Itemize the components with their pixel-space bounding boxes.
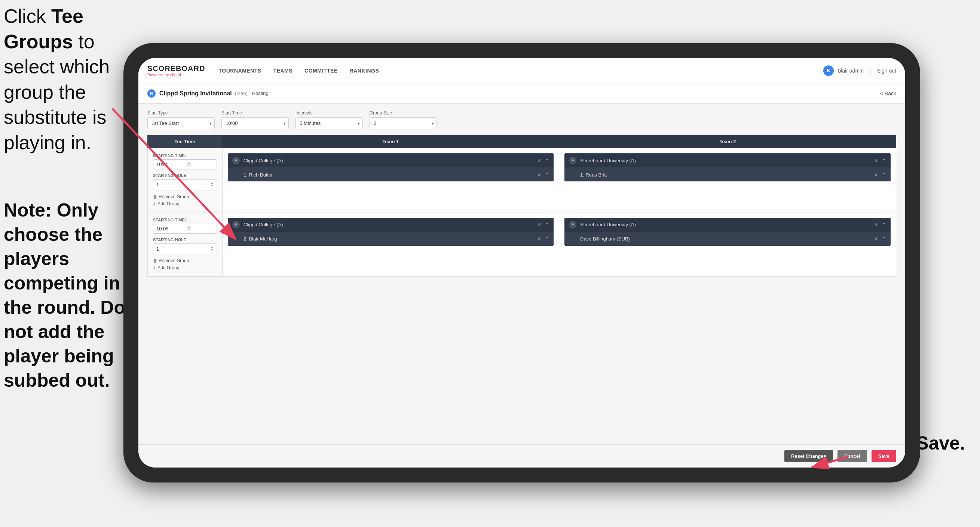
time-input-wrapper-2[interactable]: 10:05 ⏱	[153, 224, 217, 234]
start-type-field: Start Type 1st Tee Start	[147, 110, 215, 129]
hole-spinner-2[interactable]: ▲ ▼	[211, 246, 213, 253]
hole-input-2[interactable]	[156, 246, 175, 252]
sub-header-title: Clippd Spring Invitational	[159, 90, 232, 97]
clock-icon-1: ⏱	[186, 162, 191, 167]
team-close-1-2[interactable]: ✕	[874, 158, 878, 164]
remove-group-btn-1[interactable]: Remove Group	[153, 194, 217, 199]
player-icon-2-2-1	[569, 235, 576, 243]
nav-teams[interactable]: TEAMS	[274, 66, 293, 75]
team-card-header-2-2: ⚑ Scoreboard University (A) ✕ ⌃	[565, 218, 891, 232]
player-actions-2-2-1: ✕ ⌃	[874, 236, 886, 242]
team-actions-1-2: ✕ ⌃	[874, 158, 886, 164]
nav-links: TOURNAMENTS TEAMS COMMITTEE RANKINGS	[218, 66, 823, 75]
nav-avatar: B	[823, 65, 834, 76]
team-close-2-2[interactable]: ✕	[874, 222, 878, 228]
tablet-frame: SCOREBOARD Powered by clippd TOURNAMENTS…	[123, 43, 920, 482]
reset-changes-button[interactable]: Reset Changes	[784, 450, 833, 462]
logo-powered: Powered by clippd	[147, 73, 205, 77]
nav-rankings[interactable]: RANKINGS	[350, 66, 379, 75]
player-close-2-1-1[interactable]: ✕	[537, 236, 541, 242]
group-2-team1: ⚑ Clippd College (A) ✕ ⌃ 2. Blair McHarg	[223, 212, 559, 276]
start-type-select[interactable]: 1st Tee Start	[147, 118, 215, 129]
player-close-1-2-1[interactable]: ✕	[874, 172, 878, 178]
team-arrow-2-2[interactable]: ⌃	[882, 222, 886, 228]
navbar: SCOREBOARD Powered by clippd TOURNAMENTS…	[138, 58, 905, 83]
player-icon-1-2-1	[569, 171, 576, 178]
starting-time-label-2: STARTING TIME:	[153, 218, 217, 222]
start-time-label: Start Time	[221, 110, 289, 116]
nav-committee[interactable]: COMMITTEE	[304, 66, 338, 75]
hole-down-2[interactable]: ▼	[211, 249, 213, 252]
config-row: Start Type 1st Tee Start Start Time 10:0…	[147, 110, 896, 129]
col-team2: Team 2	[559, 135, 896, 148]
hole-down-1[interactable]: ▼	[211, 185, 213, 188]
player-actions-2-1-1: ✕ ⌃	[537, 236, 549, 242]
add-group-btn-1[interactable]: Add Group	[153, 201, 217, 207]
team-name-1-1: Clippd College (A)	[243, 158, 537, 164]
group-2-left: STARTING TIME: 10:05 ⏱ STARTING HOLE: ▲ …	[148, 212, 223, 276]
team-card-header-1-2: ⚑ Scoreboard University (A) ✕ ⌃	[565, 153, 891, 167]
player-icon-2-1-1	[232, 235, 240, 243]
time-input-2[interactable]: 10:05	[156, 226, 186, 231]
team-actions-1-1: ✕ ⌃	[537, 158, 549, 164]
player-icon-1-1-1	[232, 171, 240, 178]
team-card-1-2: ⚑ Scoreboard University (A) ✕ ⌃ 1. Rees …	[565, 153, 891, 182]
player-arrow-2-1-1[interactable]: ⌃	[545, 236, 549, 242]
hole-input-wrapper-2[interactable]: ▲ ▼	[153, 244, 217, 255]
sub-header-hosting: Hosting	[252, 91, 269, 96]
bottom-spacer	[147, 277, 896, 284]
player-close-1-1-1[interactable]: ✕	[537, 172, 541, 178]
nav-username: blair admin	[838, 68, 864, 74]
player-arrow-1-2-1[interactable]: ⌃	[882, 172, 886, 178]
add-group-btn-2[interactable]: Add Group	[153, 265, 217, 271]
time-input-1[interactable]: 10:00	[156, 162, 186, 167]
table-header: Tee Time Team 1 Team 2	[147, 135, 896, 148]
team-actions-2-2: ✕ ⌃	[874, 222, 886, 228]
group-size-label: Group Size	[369, 110, 437, 116]
table-row: STARTING TIME: 10:05 ⏱ STARTING HOLE: ▲ …	[148, 212, 896, 277]
player-arrow-2-2-1[interactable]: ⌃	[882, 236, 886, 242]
player-name-1-1-1: 1. Rich Butler	[243, 172, 537, 178]
back-button[interactable]: < Back	[880, 91, 896, 97]
team-arrow-1-2[interactable]: ⌃	[882, 158, 886, 164]
hole-input-wrapper-1[interactable]: ▲ ▼	[153, 179, 217, 190]
table-row: STARTING TIME: 10:00 ⏱ STARTING HOLE: ▲ …	[148, 148, 896, 212]
save-button[interactable]: Save	[872, 450, 896, 462]
group-1-team2: ⚑ Scoreboard University (A) ✕ ⌃ 1. Rees …	[559, 148, 896, 212]
group-2-team2: ⚑ Scoreboard University (A) ✕ ⌃ Dave Bil…	[559, 212, 896, 276]
intervals-label: Intervals	[296, 110, 363, 116]
player-row-2-1-1: 2. Blair McHarg ✕ ⌃	[228, 232, 554, 246]
sub-header: B Clippd Spring Invitational (Men) Hosti…	[138, 83, 905, 103]
player-arrow-1-1-1[interactable]: ⌃	[545, 172, 549, 178]
nav-sign-out[interactable]: Sign out	[877, 68, 896, 74]
player-row-2-2-1: Dave Billingham (SUB) ✕ ⌃	[565, 232, 891, 246]
player-actions-1-2-1: ✕ ⌃	[874, 172, 886, 178]
team-close-2-1[interactable]: ✕	[537, 222, 541, 228]
time-input-wrapper-1[interactable]: 10:00 ⏱	[153, 159, 217, 169]
team-arrow-1-1[interactable]: ⌃	[545, 158, 549, 164]
hole-label-1: STARTING HOLE:	[153, 173, 217, 178]
group-size-field: Group Size 2	[369, 110, 437, 129]
hole-input-1[interactable]	[156, 182, 175, 187]
intervals-select-wrapper: 5 Minutes	[296, 118, 363, 129]
team-arrow-2-1[interactable]: ⌃	[545, 222, 549, 228]
nav-tournaments[interactable]: TOURNAMENTS	[218, 66, 261, 75]
remove-group-btn-2[interactable]: Remove Group	[153, 258, 217, 263]
logo-area: SCOREBOARD Powered by clippd	[147, 64, 205, 77]
group-1-left: STARTING TIME: 10:00 ⏱ STARTING HOLE: ▲ …	[148, 148, 223, 212]
player-close-2-2-1[interactable]: ✕	[874, 236, 878, 242]
cancel-button[interactable]: Cancel	[837, 450, 867, 462]
starting-time-label-1: STARTING TIME:	[153, 153, 217, 158]
hole-spinner-1[interactable]: ▲ ▼	[211, 182, 213, 188]
group-size-select[interactable]: 2	[369, 118, 437, 129]
player-name-1-2-1: 1. Rees Britt	[580, 172, 874, 178]
team-name-2-2: Scoreboard University (A)	[580, 222, 874, 228]
save-bold-label: Save.	[916, 433, 965, 454]
player-actions-1-1-1: ✕ ⌃	[537, 172, 549, 178]
team-card-header-2-1: ⚑ Clippd College (A) ✕ ⌃	[228, 218, 554, 232]
intervals-select[interactable]: 5 Minutes	[296, 118, 363, 129]
intervals-field: Intervals 5 Minutes	[296, 110, 363, 129]
start-time-select[interactable]: 10:00	[221, 118, 289, 129]
team-card-2-2: ⚑ Scoreboard University (A) ✕ ⌃ Dave Bil…	[565, 218, 891, 246]
team-close-1-1[interactable]: ✕	[537, 158, 541, 164]
